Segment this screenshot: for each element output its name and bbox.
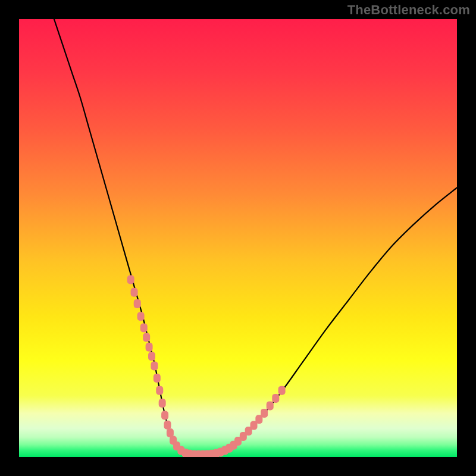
data-marker bbox=[272, 394, 279, 403]
data-marker bbox=[134, 299, 141, 308]
data-marker bbox=[146, 343, 153, 352]
data-marker bbox=[261, 409, 268, 418]
data-markers bbox=[19, 19, 457, 457]
data-marker bbox=[131, 288, 138, 297]
data-marker bbox=[267, 401, 274, 410]
data-marker bbox=[156, 386, 163, 395]
data-marker bbox=[151, 361, 158, 370]
data-marker bbox=[159, 399, 166, 408]
data-marker bbox=[143, 333, 150, 342]
outer-frame: TheBottleneck.com bbox=[0, 0, 476, 476]
data-marker bbox=[137, 312, 145, 321]
data-marker bbox=[278, 386, 286, 395]
data-marker bbox=[154, 374, 161, 383]
data-marker bbox=[161, 411, 168, 420]
data-marker bbox=[164, 421, 171, 430]
data-marker bbox=[127, 275, 134, 284]
data-marker bbox=[140, 323, 148, 332]
watermark-text: TheBottleneck.com bbox=[347, 2, 470, 18]
plot-area bbox=[19, 19, 457, 457]
data-marker bbox=[148, 352, 155, 361]
